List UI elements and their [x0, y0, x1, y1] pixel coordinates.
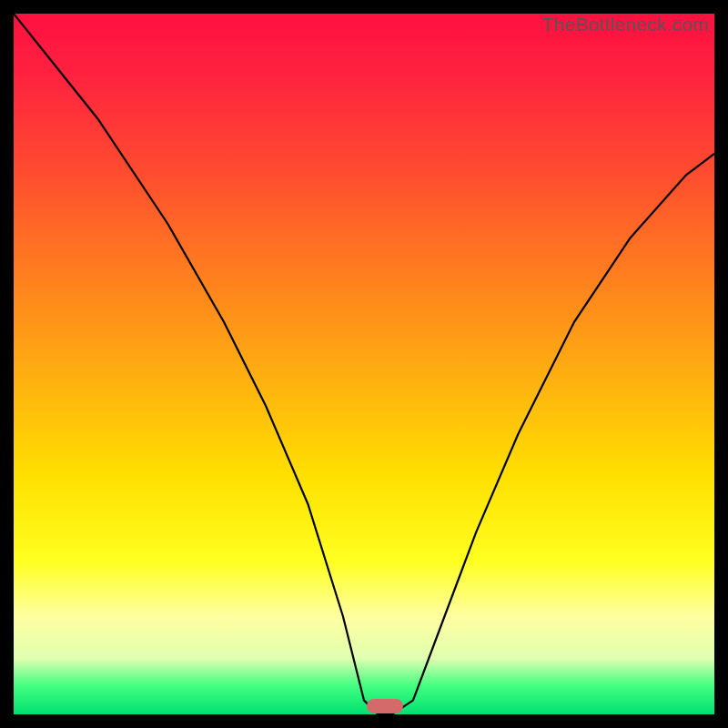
bottleneck-curve — [14, 14, 714, 714]
plot-area: TheBottleneck.com — [14, 14, 714, 714]
optimal-marker — [367, 699, 403, 713]
chart-frame: TheBottleneck.com — [0, 0, 728, 728]
